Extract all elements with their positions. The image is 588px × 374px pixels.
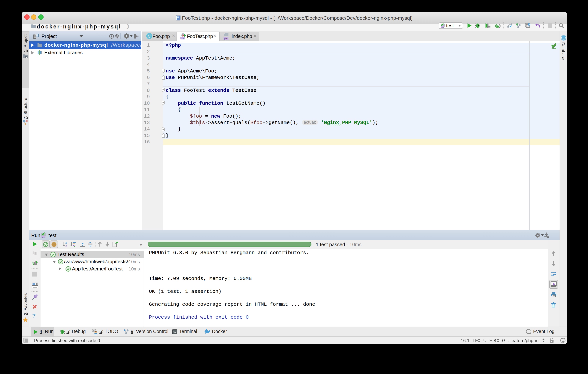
svg-text:z: z (65, 244, 67, 247)
svg-text:a: a (65, 242, 67, 244)
svg-text:php: php (42, 236, 45, 238)
svg-text:php: php (441, 26, 443, 28)
svg-text:!: ! (35, 252, 36, 255)
svg-text:php: php (224, 37, 228, 40)
svg-text:php: php (181, 37, 184, 39)
